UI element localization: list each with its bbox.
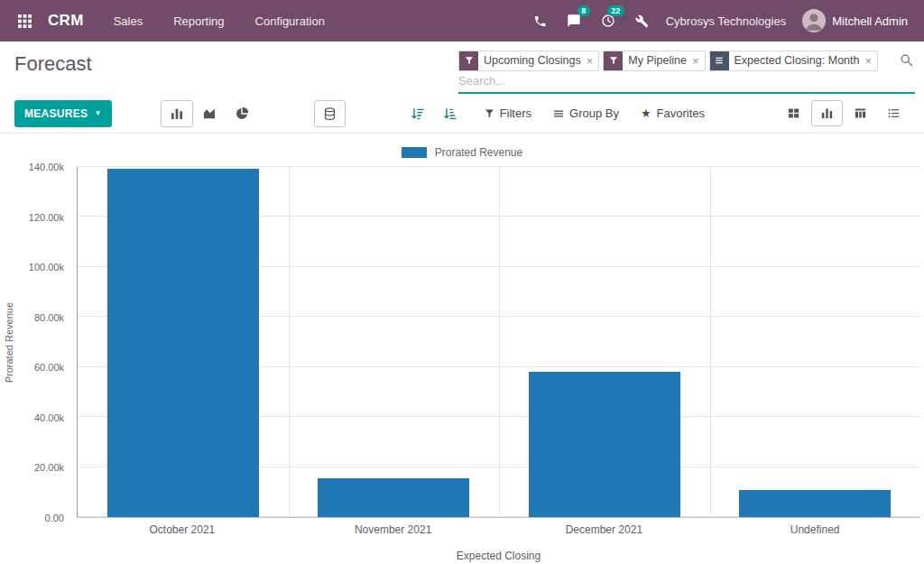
sort-desc-icon bbox=[411, 106, 425, 121]
area-chart-button[interactable] bbox=[193, 100, 226, 127]
y-tick-label: 40.00k bbox=[34, 412, 64, 422]
facet-my-pipeline[interactable]: My Pipeline × bbox=[603, 51, 705, 71]
chat-bubble-icon bbox=[567, 14, 581, 28]
group-by-label: Group By bbox=[569, 106, 619, 120]
favorites-label: Favorites bbox=[657, 106, 705, 120]
bar-chart-icon bbox=[170, 106, 184, 121]
legend-swatch bbox=[402, 147, 427, 158]
kanban-view-button[interactable] bbox=[778, 100, 809, 126]
list-icon bbox=[887, 106, 901, 120]
menu-reporting[interactable]: Reporting bbox=[158, 0, 239, 42]
area-chart-icon bbox=[202, 106, 217, 121]
facet-remove-icon[interactable]: × bbox=[864, 51, 877, 70]
menu-sales[interactable]: Sales bbox=[98, 0, 159, 42]
y-tick-label: 140.00k bbox=[29, 162, 64, 172]
y-tick-label: 100.00k bbox=[29, 263, 64, 273]
group-by-icon bbox=[710, 51, 729, 70]
x-tick-label: November 2021 bbox=[355, 523, 431, 536]
x-tick-label: December 2021 bbox=[566, 523, 642, 536]
plot-area bbox=[77, 167, 920, 518]
top-navbar: CRM Sales Reporting Configuration 8 22 C… bbox=[0, 0, 924, 42]
bar-chart-button[interactable] bbox=[161, 100, 193, 127]
chart-type-group bbox=[161, 100, 258, 127]
chart-region: Prorated Revenue Prorated Revenue 0.0020… bbox=[0, 134, 924, 564]
filters-menu[interactable]: Filters bbox=[485, 106, 531, 120]
filter-icon bbox=[604, 51, 623, 70]
pie-chart-button[interactable] bbox=[226, 100, 258, 127]
y-tick-label: 60.00k bbox=[34, 363, 64, 373]
legend-label: Prorated Revenue bbox=[435, 146, 522, 159]
activities-badge: 22 bbox=[607, 5, 624, 16]
wrench-icon bbox=[635, 14, 649, 28]
messages-badge: 8 bbox=[578, 5, 590, 16]
navbar-right: 8 22 Cybrosys Technologies Mitchell Admi… bbox=[523, 0, 915, 42]
search-input[interactable] bbox=[458, 71, 915, 91]
control-panel: Forecast Upcoming Closings × My Pipeline… bbox=[0, 42, 924, 94]
apps-menu-button[interactable] bbox=[9, 0, 41, 42]
y-tick-label: 120.00k bbox=[29, 212, 64, 222]
kanban-icon bbox=[787, 106, 800, 120]
bars-layer bbox=[78, 167, 920, 517]
debug-tools-button[interactable] bbox=[625, 0, 659, 42]
bar-undefined[interactable] bbox=[739, 490, 891, 517]
pivot-table-icon bbox=[854, 106, 867, 120]
voip-button[interactable] bbox=[523, 0, 557, 42]
group-by-icon bbox=[553, 108, 564, 119]
facet-remove-icon[interactable]: × bbox=[692, 51, 705, 70]
bar-december-2021[interactable] bbox=[529, 372, 680, 517]
sort-asc-button[interactable] bbox=[434, 100, 467, 127]
x-tick-label: Undefined bbox=[790, 523, 840, 536]
apps-grid-icon bbox=[18, 14, 32, 28]
bar-october-2021[interactable] bbox=[107, 169, 259, 517]
caret-down-icon: ▼ bbox=[94, 110, 101, 117]
bar-november-2021[interactable] bbox=[318, 478, 469, 517]
measures-label: MEASURES bbox=[24, 107, 88, 120]
y-tick-label: 80.00k bbox=[34, 312, 64, 322]
pie-chart-icon bbox=[235, 106, 249, 121]
search-options: Filters Group By ★ Favorites bbox=[485, 106, 705, 120]
graph-toolbar: MEASURES ▼ Filters Group bbox=[0, 94, 924, 134]
stack-group bbox=[314, 100, 346, 127]
x-tick-label: October 2021 bbox=[150, 523, 216, 536]
company-switcher[interactable]: Cybrosys Technologies bbox=[666, 14, 786, 28]
facet-label: My Pipeline bbox=[623, 51, 692, 70]
facet-remove-icon[interactable]: × bbox=[587, 51, 599, 70]
search-bar: Upcoming Closings × My Pipeline × Expect… bbox=[458, 50, 915, 94]
pivot-view-button[interactable] bbox=[845, 100, 876, 126]
y-axis-ticks: 0.0020.00k40.00k60.00k80.00k100.00k120.0… bbox=[0, 167, 70, 518]
app-brand[interactable]: CRM bbox=[48, 12, 84, 30]
sort-asc-icon bbox=[443, 106, 457, 121]
x-axis-labels: October 2021November 2021December 2021Un… bbox=[77, 523, 920, 538]
graph-view-button[interactable] bbox=[811, 100, 843, 126]
facet-expected-closing-month[interactable]: Expected Closing: Month × bbox=[709, 51, 879, 71]
stacked-button[interactable] bbox=[314, 100, 346, 127]
phone-icon bbox=[533, 14, 547, 28]
measures-button[interactable]: MEASURES ▼ bbox=[14, 100, 112, 127]
star-icon: ★ bbox=[641, 107, 651, 119]
facet-row: Upcoming Closings × My Pipeline × Expect… bbox=[458, 50, 915, 71]
x-axis-title: Expected Closing bbox=[77, 550, 920, 562]
y-tick-label: 0.00 bbox=[45, 513, 64, 523]
filters-label: Filters bbox=[500, 106, 531, 120]
menu-configuration[interactable]: Configuration bbox=[240, 0, 340, 42]
funnel-icon bbox=[485, 108, 494, 118]
facet-upcoming-closings[interactable]: Upcoming Closings × bbox=[458, 51, 599, 71]
view-switcher bbox=[778, 100, 910, 126]
group-by-menu[interactable]: Group By bbox=[553, 106, 619, 120]
filter-icon bbox=[459, 51, 478, 70]
graph-view-icon bbox=[820, 106, 834, 120]
user-menu[interactable]: Mitchell Admin bbox=[795, 9, 915, 32]
database-icon bbox=[323, 106, 337, 121]
search-button[interactable] bbox=[900, 53, 913, 70]
search-icon bbox=[900, 53, 913, 67]
activities-button[interactable]: 22 bbox=[591, 0, 625, 42]
sort-group bbox=[402, 100, 467, 127]
facet-label: Expected Closing: Month bbox=[729, 51, 865, 70]
favorites-menu[interactable]: ★ Favorites bbox=[641, 106, 705, 120]
list-view-button[interactable] bbox=[878, 100, 910, 126]
main-menu: Sales Reporting Configuration bbox=[98, 0, 340, 42]
messages-button[interactable]: 8 bbox=[557, 0, 591, 42]
sort-desc-button[interactable] bbox=[402, 100, 434, 127]
chart-legend[interactable]: Prorated Revenue bbox=[0, 146, 924, 159]
facet-label: Upcoming Closings bbox=[478, 51, 587, 70]
